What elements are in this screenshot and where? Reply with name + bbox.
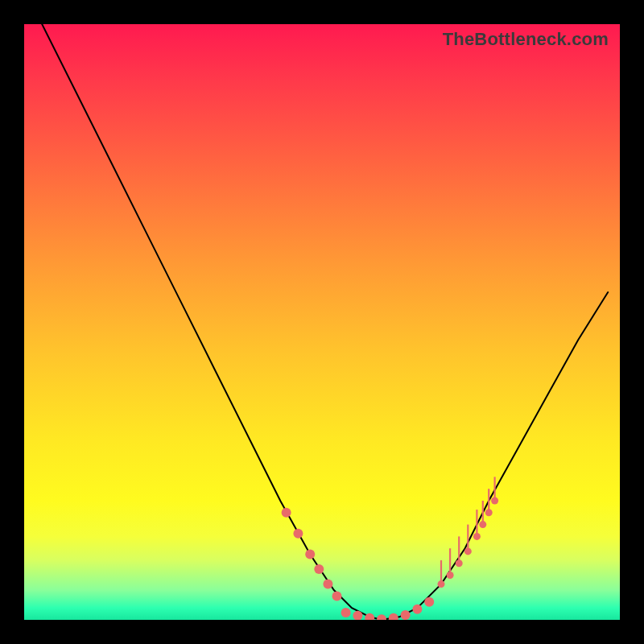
bottleneck-curve: [42, 24, 608, 620]
data-point: [473, 533, 481, 540]
data-point: [491, 497, 498, 505]
data-point: [377, 614, 386, 620]
data-point: [438, 580, 445, 588]
data-point: [323, 580, 332, 589]
data-point: [479, 521, 486, 528]
attribution-watermark: TheBottleneck.com: [443, 29, 609, 50]
data-point: [456, 559, 463, 567]
data-point: [305, 550, 315, 559]
data-point: [401, 610, 411, 620]
data-point: [424, 597, 434, 607]
chart-frame: TheBottleneck.com: [24, 24, 620, 620]
data-point: [332, 591, 342, 601]
data-point: [293, 529, 303, 539]
data-point: [447, 572, 454, 579]
chart-plot: [24, 24, 620, 620]
data-point: [412, 605, 422, 614]
data-point: [485, 509, 493, 516]
data-point: [282, 508, 291, 518]
data-point: [389, 613, 398, 620]
data-point: [341, 608, 351, 617]
data-point: [365, 613, 374, 620]
data-point: [314, 564, 324, 574]
data-point: [464, 547, 472, 555]
